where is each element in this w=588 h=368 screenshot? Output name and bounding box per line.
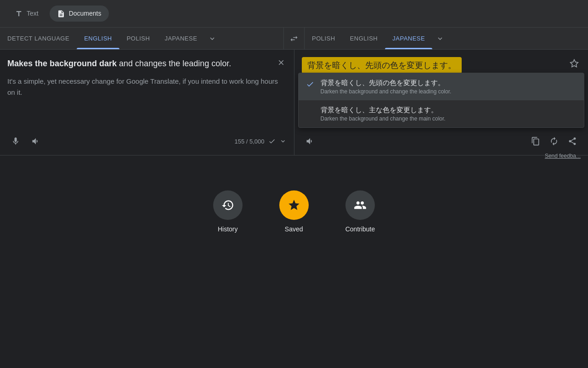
source-polish-btn[interactable]: POLISH xyxy=(119,28,158,49)
dropdown-item2-main: 背景を暗くし、主な色を変更します。 xyxy=(321,106,446,115)
input-footer: 155 / 5,000 xyxy=(0,133,294,150)
document-icon xyxy=(57,9,65,18)
input-rest-text: and changes the leading color. xyxy=(117,59,231,68)
char-count: 155 / 5,000 xyxy=(234,138,286,145)
star-translation-btn[interactable] xyxy=(566,55,582,72)
input-subtext: It's a simple, yet necessary change for … xyxy=(7,76,287,98)
saved-label: Saved xyxy=(285,225,303,233)
history-label: History xyxy=(218,225,238,233)
target-polish-btn[interactable]: POLISH xyxy=(305,28,343,49)
contribute-icon-circle xyxy=(345,190,375,220)
source-more-langs-btn[interactable] xyxy=(204,28,220,49)
bottom-icons: History Saved Contribute xyxy=(213,190,375,233)
char-count-text: 155 / 5,000 xyxy=(234,138,264,145)
translation-area: Makes the background dark and changes th… xyxy=(0,50,588,155)
dropdown-content-2: 背景を暗くし、主な色を変更します。 Darken the background … xyxy=(321,106,446,122)
source-english-btn[interactable]: ENGLISH xyxy=(77,28,119,49)
source-language-side: DETECT LANGUAGE ENGLISH POLISH JAPANESE xyxy=(0,28,283,49)
target-japanese-btn[interactable]: JAPANESE xyxy=(385,28,432,49)
contribute-item[interactable]: Contribute xyxy=(345,190,375,233)
target-english-btn[interactable]: ENGLISH xyxy=(343,28,385,49)
dropdown-item2-sub: Darken the background and change the mai… xyxy=(321,115,446,122)
dropdown-item1-sub: Darken the background and change the lea… xyxy=(321,88,452,95)
history-icon-circle xyxy=(213,190,243,220)
feedback-bar: Send feedba... xyxy=(0,155,588,163)
bottom-section: History Saved Contribute xyxy=(0,163,588,233)
input-bold-text: Makes the background dark xyxy=(7,59,117,68)
output-volume-btn[interactable] xyxy=(302,133,318,150)
copy-translation-btn[interactable] xyxy=(527,133,544,150)
documents-tab[interactable]: Documents xyxy=(50,6,109,22)
saved-item[interactable]: Saved xyxy=(279,190,309,233)
dropdown-item-1[interactable]: 背景を暗くし、先頭の色を変更します。 Darken the background… xyxy=(299,73,584,100)
translation-dropdown: 背景を暗くし、先頭の色を変更します。 Darken the background… xyxy=(298,73,585,128)
output-footer xyxy=(294,133,588,150)
input-footer-left xyxy=(7,133,44,150)
detect-language-btn[interactable]: DETECT LANGUAGE xyxy=(0,28,77,49)
input-text: Makes the background dark and changes th… xyxy=(7,57,287,70)
volume-btn[interactable] xyxy=(28,133,44,150)
swap-languages-btn[interactable] xyxy=(283,28,305,49)
text-tab[interactable]: Text xyxy=(7,6,46,22)
target-more-langs-btn[interactable] xyxy=(432,28,448,49)
check-icon-2 xyxy=(306,107,315,115)
output-main-text: 背景を暗くし、先頭の色を変更します。 xyxy=(302,57,462,74)
contribute-label: Contribute xyxy=(345,225,375,233)
send-feedback-link[interactable]: Send feedba... xyxy=(545,153,581,159)
documents-tab-label: Documents xyxy=(69,10,102,17)
rate-translation-btn[interactable] xyxy=(546,133,562,150)
share-translation-btn[interactable] xyxy=(564,133,581,150)
output-pane: 背景を暗くし、先頭の色を変更します。 背景を暗くし、先頭の色を変更します。 Da… xyxy=(294,50,588,155)
text-tab-label: Text xyxy=(27,10,39,17)
target-language-side: POLISH ENGLISH JAPANESE xyxy=(305,28,588,49)
top-bar: Text Documents xyxy=(0,0,588,28)
input-pane: Makes the background dark and changes th… xyxy=(0,50,294,155)
text-icon xyxy=(15,9,23,18)
language-bar: DETECT LANGUAGE ENGLISH POLISH JAPANESE … xyxy=(0,28,588,50)
history-item[interactable]: History xyxy=(213,190,243,233)
dropdown-item-2[interactable]: 背景を暗くし、主な色を変更します。 Darken the background … xyxy=(299,100,584,127)
dropdown-item1-main: 背景を暗くし、先頭の色を変更します。 xyxy=(321,79,452,87)
microphone-btn[interactable] xyxy=(7,133,24,150)
saved-icon-circle xyxy=(279,190,309,220)
output-footer-right xyxy=(527,133,581,150)
clear-input-btn[interactable] xyxy=(274,55,288,70)
source-japanese-btn[interactable]: JAPANESE xyxy=(157,28,204,49)
dropdown-content-1: 背景を暗くし、先頭の色を変更します。 Darken the background… xyxy=(321,79,452,95)
check-icon-1 xyxy=(306,80,315,88)
